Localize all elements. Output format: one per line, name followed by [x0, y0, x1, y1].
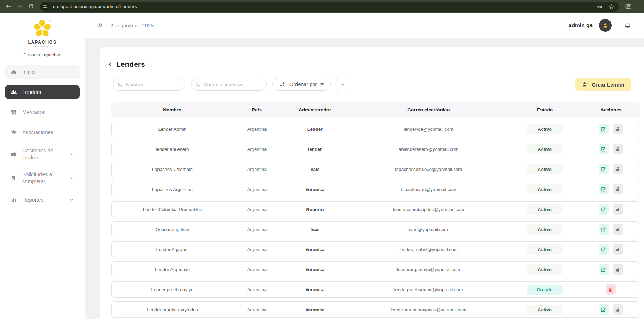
name-search-input[interactable] [113, 78, 185, 91]
lock-icon [615, 227, 621, 232]
status-cell: Activo [508, 305, 582, 315]
edit-button[interactable] [599, 144, 609, 154]
lenders-card: Lenders [100, 47, 644, 319]
person-icon [601, 21, 609, 29]
sidebar-item-lenders[interactable]: Lenders [5, 85, 80, 99]
column-header-administrador: Administrador [281, 107, 349, 113]
edit-button[interactable] [599, 264, 609, 275]
filters-row: AZ Ordenar por Crear Lender [113, 78, 631, 91]
edit-button[interactable] [599, 124, 609, 134]
lock-button[interactable] [613, 184, 623, 194]
sidebar-item-solicitudes-a-completar[interactable]: Solicitudes a completar [5, 169, 80, 187]
column-header-correo-electronico: Correo electrónico [349, 107, 508, 113]
delete-button[interactable] [606, 284, 616, 295]
actions-cell [582, 184, 640, 194]
edit-button[interactable] [599, 164, 609, 174]
table-row: Onboarding IvanArgentinaIvanivan@yopmail… [111, 221, 640, 237]
administrator-cell: Veronica [281, 307, 349, 312]
address-bar[interactable]: qa.lapachoslending.com/admin/Lenders [40, 2, 619, 12]
edit-button[interactable] [599, 224, 609, 235]
content-area: Lenders [85, 38, 644, 319]
site-settings-icon[interactable] [41, 2, 49, 11]
lock-button[interactable] [613, 244, 623, 255]
column-header-pais: País [233, 107, 280, 113]
lock-button[interactable] [613, 164, 623, 174]
chevron-down-icon [69, 175, 74, 181]
administrator-cell: Vale [281, 167, 349, 172]
actions-cell [582, 224, 640, 235]
sidebar-item-gestiones-de-lenders[interactable]: Gestiones de lenders [5, 145, 80, 163]
logo: ® LAPACHOS LENDING Consola Lapachos [0, 13, 85, 57]
edit-button[interactable] [599, 244, 609, 255]
table-row: Lender prueba mayoArgentinaVeronicalende… [111, 281, 640, 298]
sidebar-item-reportes[interactable]: Reportes [5, 193, 80, 207]
sidebar-item-label: Gestiones de lenders [22, 147, 64, 161]
notifications-bell-icon[interactable] [624, 21, 631, 29]
lock-icon [615, 166, 621, 172]
lender-name-cell: Lender Arg abril [112, 247, 233, 252]
email-cell: lenderpruebamayodos@yopmail.com [349, 307, 508, 312]
administrator-cell: Roberto [281, 207, 349, 212]
lender-name-cell: lender abl enero [112, 147, 233, 152]
sort-by-button[interactable]: AZ Ordenar por [272, 78, 331, 91]
edit-button[interactable] [599, 184, 609, 194]
forward-icon[interactable] [15, 2, 25, 12]
lock-button[interactable] [613, 144, 623, 154]
sidebar-collapse-icon[interactable] [97, 22, 104, 29]
country-cell: Argentina [233, 167, 281, 172]
bar-chart-icon [10, 196, 17, 203]
sidebar-item-mercados[interactable]: Mercados [5, 105, 80, 119]
status-cell: Activo [508, 144, 582, 154]
edit-icon [600, 186, 607, 193]
app-header: 2 de junio de 2025 admin qa [85, 13, 644, 38]
back-icon[interactable] [4, 2, 13, 12]
status-badge: Creado [527, 285, 563, 295]
edit-button[interactable] [599, 304, 609, 315]
edit-icon [600, 146, 607, 153]
trash-icon [608, 287, 614, 293]
lender-name-cell: Lender prueba mayo dos [112, 307, 233, 312]
status-cell: Activo [508, 164, 582, 174]
lock-button[interactable] [613, 304, 623, 315]
logo-title: LAPACHOS [0, 40, 85, 45]
status-badge: Activo [527, 164, 563, 174]
bookmark-star-icon[interactable] [608, 4, 615, 10]
email-search-input[interactable] [191, 78, 267, 91]
status-badge: Activo [527, 144, 563, 154]
password-key-icon[interactable] [596, 4, 603, 10]
administrator-cell: Veronica [281, 187, 349, 192]
status-cell: Activo [508, 224, 582, 235]
more-filters-button[interactable] [336, 78, 350, 91]
administrator-cell: Ivan [281, 227, 349, 232]
status-cell: Creado [508, 285, 582, 295]
email-cell: lenderpruebamayo@yopmail.com [349, 287, 508, 292]
country-cell: Argentina [233, 147, 281, 152]
sidebar-item-label: Mercados [22, 109, 74, 116]
status-cell: Activo [508, 124, 582, 134]
side-panel-search-icon[interactable] [623, 2, 633, 12]
lock-icon [615, 307, 621, 313]
actions-cell [582, 144, 640, 154]
create-lender-label: Crear Lender [592, 82, 625, 88]
create-lender-button[interactable]: Crear Lender [575, 78, 631, 91]
actions-cell [582, 304, 640, 315]
edit-icon [600, 226, 607, 233]
lock-button[interactable] [613, 204, 623, 215]
table-row: Lender Arg abrilArgentinaVeronicalendera… [111, 241, 640, 257]
reload-icon[interactable] [26, 2, 36, 12]
edit-button[interactable] [599, 204, 609, 215]
lock-icon [615, 126, 621, 132]
back-chevron-icon[interactable] [107, 61, 114, 68]
lock-button[interactable] [613, 224, 623, 235]
table-row: Lapachos ColombiaArgentinaValelapachosco… [111, 161, 640, 177]
lock-button[interactable] [613, 124, 623, 134]
actions-cell [582, 124, 640, 134]
sidebar-item-inicio[interactable]: Inicio [5, 65, 80, 79]
avatar[interactable] [599, 19, 612, 32]
country-cell: Argentina [233, 127, 281, 132]
lender-name-cell: Lender Colombia PruebaDos [112, 207, 233, 212]
sidebar-item-asociaciones[interactable]: Asociaciones [5, 125, 80, 139]
actions-cell [582, 164, 640, 174]
column-header-estado: Estado [508, 107, 582, 113]
lock-button[interactable] [613, 264, 623, 275]
